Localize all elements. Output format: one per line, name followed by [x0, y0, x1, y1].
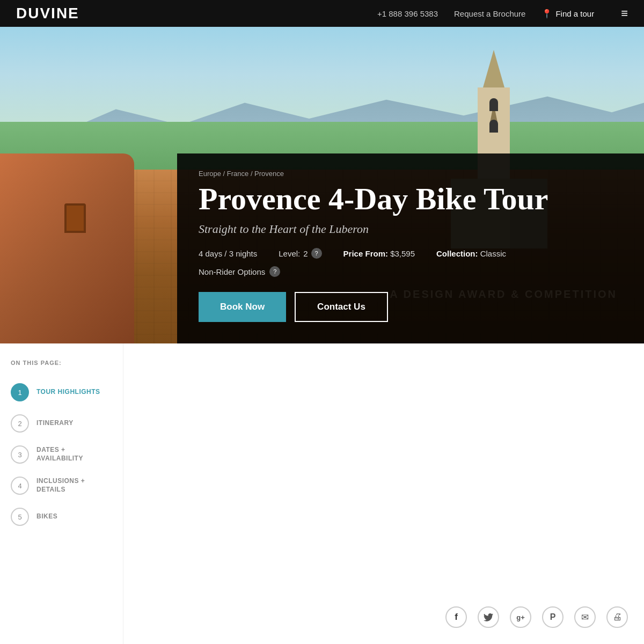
- bottom-section: ON THIS PAGE: 1 TOUR HIGHLIGHTS 2 ITINER…: [0, 343, 644, 644]
- tour-collection: Collection: Classic: [436, 249, 506, 258]
- find-tour-link[interactable]: 📍 Find a tour: [541, 9, 594, 19]
- page-nav-sidebar: ON THIS PAGE: 1 TOUR HIGHLIGHTS 2 ITINER…: [0, 343, 123, 644]
- email-share-button[interactable]: ✉: [574, 606, 596, 628]
- book-now-button[interactable]: Book Now: [199, 292, 286, 322]
- social-share-row: f g+ P ✉ 🖨: [445, 606, 628, 628]
- sidebar-item-itinerary[interactable]: 2 ITINERARY: [11, 408, 112, 439]
- sidebar-num-5: 5: [11, 508, 29, 526]
- sidebar-num-2: 2: [11, 414, 29, 433]
- logo[interactable]: DUVINE: [16, 5, 361, 22]
- sidebar-section-label: ON THIS PAGE:: [11, 360, 112, 366]
- contact-us-button[interactable]: Contact Us: [295, 292, 388, 322]
- level-help-icon[interactable]: ?: [311, 248, 322, 259]
- non-rider-options: Non-Rider Options ?: [199, 266, 623, 277]
- tour-meta: 4 days / 3 nights Level: 2 ? Price From:…: [199, 248, 623, 259]
- tour-subtitle: Straight to the Heart of the Luberon: [199, 222, 623, 236]
- sidebar-label-3: DATES + AVAILABILITY: [36, 446, 112, 463]
- sidebar-num-1: 1: [11, 383, 29, 401]
- twitter-share-button[interactable]: [478, 606, 499, 628]
- breadcrumb: Europe / France / Provence: [199, 170, 623, 178]
- sidebar-label-2: ITINERARY: [36, 419, 74, 428]
- pinterest-share-button[interactable]: P: [542, 606, 564, 628]
- sidebar-num-4: 4: [11, 477, 29, 495]
- sidebar-label-4: INCLUSIONS + DETAILS: [36, 477, 112, 494]
- location-icon: 📍: [541, 9, 552, 19]
- tour-info-overlay: Europe / France / Provence Provence 4-Da…: [177, 153, 644, 343]
- hamburger-menu-button[interactable]: ≡: [621, 6, 628, 20]
- wall-window: [64, 203, 86, 233]
- hero-section: Europe / France / Provence Provence 4-Da…: [0, 27, 644, 343]
- non-rider-help-icon[interactable]: ?: [269, 266, 280, 277]
- sidebar-num-3: 3: [11, 445, 29, 464]
- sidebar-label-1: TOUR HIGHLIGHTS: [36, 388, 100, 397]
- sidebar-item-bikes[interactable]: 5 BIKES: [11, 501, 112, 532]
- phone-number: +1 888 396 5383: [377, 9, 438, 18]
- facebook-share-button[interactable]: f: [445, 606, 467, 628]
- tour-duration: 4 days / 3 nights: [199, 249, 257, 258]
- sidebar-item-inclusions[interactable]: 4 INCLUSIONS + DETAILS: [11, 470, 112, 501]
- tour-level: Level: 2 ?: [279, 248, 321, 259]
- print-button[interactable]: 🖨: [606, 606, 628, 628]
- tour-title: Provence 4-Day Bike Tour: [199, 183, 623, 216]
- sidebar-item-tour-highlights[interactable]: 1 TOUR HIGHLIGHTS: [11, 377, 112, 408]
- tour-price: Price From: $3,595: [343, 249, 415, 258]
- tour-action-buttons: Book Now Contact Us: [199, 292, 623, 322]
- sidebar-item-dates[interactable]: 3 DATES + AVAILABILITY: [11, 439, 112, 470]
- googleplus-share-button[interactable]: g+: [510, 606, 531, 628]
- foreground-wall: [0, 153, 134, 343]
- top-navigation: DUVINE +1 888 396 5383 Request a Brochur…: [0, 0, 644, 27]
- main-content-area: f g+ P ✉ 🖨: [123, 343, 644, 644]
- sidebar-label-5: BIKES: [36, 513, 57, 521]
- request-brochure-link[interactable]: Request a Brochure: [454, 9, 525, 18]
